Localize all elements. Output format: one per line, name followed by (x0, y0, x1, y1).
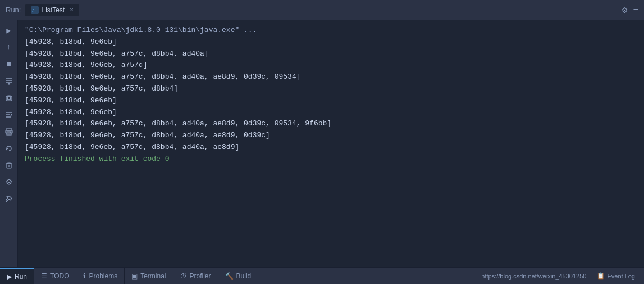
console-line: [45928, b18bd, 9e6eb, a757c, d8bb4, ad40… (25, 71, 637, 83)
java-file-icon: J (31, 6, 39, 14)
console-line: [45928, b18bd, 9e6eb, a757c, d8bb4, ad40… (25, 118, 637, 130)
layers-button[interactable] (1, 174, 17, 190)
layers-icon (5, 178, 13, 186)
bottom-tabs: ▶Run☰TODOℹProblems▣Terminal⏱Profiler🔨Bui… (0, 268, 258, 284)
bottom-tab-terminal[interactable]: ▣Terminal (125, 268, 173, 284)
tab-label: Terminal (140, 272, 166, 280)
delete-button[interactable] (1, 157, 17, 173)
tab-icon: ☰ (41, 272, 47, 280)
rerun-icon (5, 145, 13, 152)
format-button[interactable] (1, 107, 17, 123)
bottom-tab-todo[interactable]: ☰TODO (34, 268, 76, 284)
svg-text:J: J (32, 8, 35, 13)
svg-point-5 (7, 96, 11, 100)
top-bar-left: Run: J ListTest × (6, 4, 79, 16)
delete-icon (5, 161, 13, 169)
svg-line-17 (9, 199, 10, 200)
console-line: [45928, b18bd, 9e6eb] (25, 37, 637, 48)
play-button[interactable]: ▶ (1, 22, 17, 38)
main-area: ▶ ↑ ■ (0, 20, 644, 267)
bottom-bar: ▶Run☰TODOℹProblems▣Terminal⏱Profiler🔨Bui… (0, 267, 644, 284)
rerun-button[interactable] (1, 141, 17, 156)
pin-icon (5, 195, 13, 203)
tab-label: Profiler (190, 272, 211, 280)
sidebar: ▶ ↑ ■ (0, 20, 18, 267)
console-line: "C:\Program Files\Java\jdk1.8.0_131\bin\… (25, 25, 637, 37)
console-line: [45928, b18bd, 9e6eb, a757c, d8bb4] (25, 83, 637, 95)
camera-button[interactable] (1, 90, 17, 106)
console-line: [45928, b18bd, 9e6eb, a757c, d8bb4, ad40… (25, 130, 637, 142)
event-log-button[interactable]: 📋 Event Log (592, 272, 640, 280)
tab-label: TODO (50, 272, 69, 280)
pin-button[interactable] (1, 191, 17, 207)
console-line: [45928, b18bd, 9e6eb] (25, 95, 637, 107)
bottom-tab-problems[interactable]: ℹProblems (76, 268, 125, 284)
listtest-tab[interactable]: J ListTest × (25, 4, 79, 16)
settings-icon[interactable]: ⚙ (622, 4, 628, 16)
print-button[interactable] (1, 124, 17, 139)
stop-button[interactable]: ■ (1, 56, 17, 72)
console-line: [45928, b18bd, 9e6eb, a757c, d8bb4, ad40… (25, 48, 637, 60)
tab-label: Run (15, 273, 27, 281)
tab-label: Build (236, 272, 252, 280)
svg-point-13 (10, 132, 11, 133)
status-bar: https://blog.csdn.net/weixin_45301250 📋 … (481, 272, 644, 280)
tab-icon: ▶ (7, 273, 12, 281)
camera-icon (5, 94, 13, 102)
tab-icon: ⏱ (180, 272, 187, 280)
scroll-end-button[interactable] (1, 73, 17, 89)
format-icon (5, 111, 13, 119)
print-icon (5, 128, 13, 136)
run-label: Run: (6, 6, 21, 14)
scroll-end-icon (5, 77, 13, 85)
tab-label: ListTest (42, 6, 65, 14)
console-line: [45928, b18bd, 9e6eb] (25, 107, 637, 119)
tab-close-button[interactable]: × (70, 7, 74, 13)
scroll-up-button[interactable]: ↑ (1, 39, 17, 55)
bottom-tab-run[interactable]: ▶Run (0, 268, 34, 284)
top-bar-right: ⚙ − (622, 4, 638, 16)
event-log-label: Event Log (607, 273, 635, 280)
event-log-icon: 📋 (597, 272, 605, 280)
svg-rect-14 (7, 164, 11, 168)
tab-icon: ▣ (131, 272, 138, 280)
tab-label: Problems (89, 272, 117, 280)
bottom-tab-build[interactable]: 🔨Build (218, 268, 259, 284)
top-toolbar: Run: J ListTest × ⚙ − (0, 0, 644, 20)
console-output: "C:\Program Files\Java\jdk1.8.0_131\bin\… (18, 20, 644, 267)
console-line: [45928, b18bd, 9e6eb, a757c, d8bb4, ad40… (25, 142, 637, 154)
minimize-icon[interactable]: − (633, 5, 638, 15)
tab-icon: ℹ (83, 272, 86, 280)
status-url: https://blog.csdn.net/weixin_45301250 (481, 273, 592, 280)
tab-icon: 🔨 (225, 272, 234, 280)
bottom-tab-profiler[interactable]: ⏱Profiler (173, 268, 218, 284)
console-line: Process finished with exit code 0 (25, 154, 637, 165)
console-line: [45928, b18bd, 9e6eb, a757c] (25, 60, 637, 71)
